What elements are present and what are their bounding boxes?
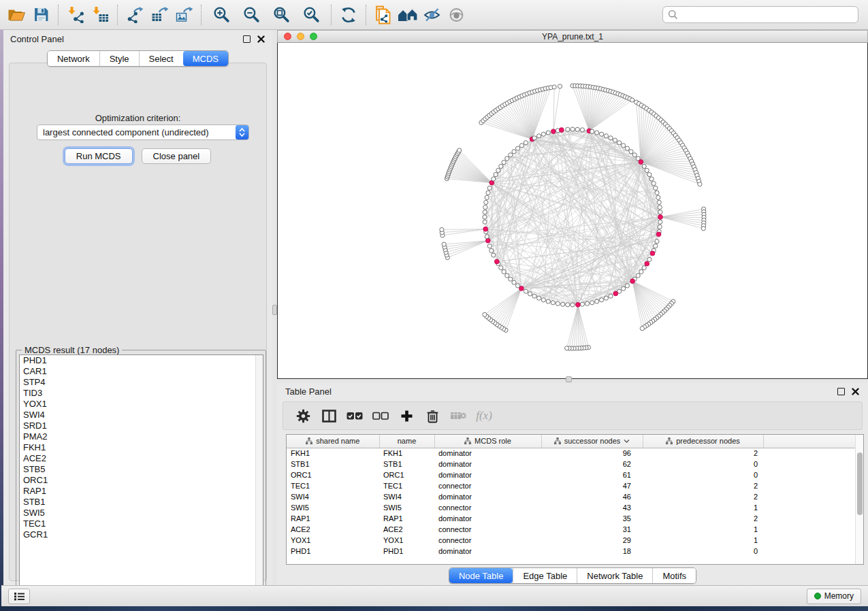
network-node[interactable] bbox=[492, 253, 496, 257]
mcds-result-item[interactable]: RAP1 bbox=[20, 486, 263, 497]
network-node[interactable] bbox=[532, 294, 536, 298]
close-panel-button[interactable] bbox=[851, 387, 860, 396]
mcds-node[interactable] bbox=[645, 261, 649, 266]
select-all-button[interactable] bbox=[343, 405, 366, 427]
network-node[interactable] bbox=[483, 210, 487, 214]
table-row[interactable]: FKH1FKH1dominator962 bbox=[287, 448, 856, 459]
network-node[interactable] bbox=[502, 269, 506, 274]
close-panel-button[interactable] bbox=[257, 35, 266, 44]
network-node[interactable] bbox=[625, 284, 629, 288]
zoom-fit-button[interactable] bbox=[266, 3, 296, 27]
network-node[interactable] bbox=[486, 191, 490, 195]
mcds-result-list[interactable]: PHD1CAR1STP4TID3YOX1SWI4SRD1PMA2FKH1ACE2… bbox=[19, 354, 263, 601]
search-input[interactable] bbox=[678, 8, 858, 22]
mcds-result-item[interactable]: STB1 bbox=[20, 497, 263, 508]
vertical-splitter[interactable] bbox=[272, 30, 277, 585]
network-node[interactable] bbox=[537, 296, 541, 300]
mcds-result-item[interactable]: ORC1 bbox=[20, 475, 263, 486]
network-node[interactable] bbox=[656, 195, 660, 199]
network-node[interactable] bbox=[496, 168, 500, 172]
network-node[interactable] bbox=[658, 210, 662, 214]
minimize-window-icon[interactable] bbox=[297, 33, 304, 40]
network-node[interactable] bbox=[512, 150, 516, 154]
show-columns-button[interactable] bbox=[317, 405, 340, 427]
network-node[interactable] bbox=[546, 131, 550, 135]
mcds-list-scrollbar[interactable] bbox=[255, 355, 263, 600]
table-scrollbar-thumb[interactable] bbox=[857, 452, 863, 515]
network-node[interactable] bbox=[609, 136, 613, 140]
network-node[interactable] bbox=[487, 186, 492, 190]
run-mcds-button[interactable]: Run MCDS bbox=[65, 148, 133, 164]
table-scrollbar[interactable] bbox=[855, 435, 863, 564]
network-node[interactable] bbox=[556, 301, 560, 306]
network-node[interactable] bbox=[505, 274, 509, 278]
mcds-node[interactable] bbox=[494, 259, 499, 264]
mcds-result-item[interactable]: GCR1 bbox=[20, 529, 263, 540]
network-node[interactable] bbox=[541, 132, 545, 136]
network-node[interactable] bbox=[575, 127, 579, 131]
network-node[interactable] bbox=[541, 298, 545, 302]
network-node[interactable] bbox=[558, 84, 562, 88]
mcds-result-item[interactable]: SRD1 bbox=[20, 420, 263, 431]
splitter-grip[interactable] bbox=[272, 305, 277, 315]
show-panels-menu-button[interactable] bbox=[8, 589, 30, 604]
network-node[interactable] bbox=[622, 144, 626, 148]
network-node[interactable] bbox=[483, 205, 487, 210]
network-node[interactable] bbox=[552, 85, 556, 89]
close-window-icon[interactable] bbox=[284, 33, 291, 40]
tab-node-table[interactable]: Node Table bbox=[449, 568, 513, 583]
mcds-node[interactable] bbox=[613, 291, 618, 296]
network-node[interactable] bbox=[566, 303, 570, 307]
network-node[interactable] bbox=[484, 200, 488, 204]
network-node[interactable] bbox=[442, 242, 446, 246]
mcds-result-item[interactable]: PHD1 bbox=[20, 355, 263, 366]
mcds-result-item[interactable]: SWI4 bbox=[20, 410, 263, 420]
float-panel-button[interactable] bbox=[243, 35, 251, 43]
tab-network[interactable]: Network bbox=[48, 51, 99, 66]
mcds-result-item[interactable]: TEC1 bbox=[20, 518, 263, 529]
network-node[interactable] bbox=[566, 127, 570, 131]
network-node[interactable] bbox=[636, 274, 640, 278]
network-node[interactable] bbox=[585, 301, 590, 306]
mcds-node[interactable] bbox=[483, 227, 488, 231]
mcds-node[interactable] bbox=[639, 160, 643, 165]
export-network-button[interactable] bbox=[123, 3, 147, 27]
splitter-grip[interactable] bbox=[566, 376, 572, 382]
network-node[interactable] bbox=[532, 136, 536, 140]
memory-button[interactable]: Memory bbox=[807, 589, 861, 604]
network-node[interactable] bbox=[595, 131, 599, 135]
network-node[interactable] bbox=[492, 177, 496, 181]
network-node[interactable] bbox=[494, 173, 498, 177]
tab-edge-table[interactable]: Edge Table bbox=[513, 568, 577, 583]
network-node[interactable] bbox=[647, 257, 652, 261]
table-row[interactable]: YOX1YOX1connector291 bbox=[287, 535, 856, 546]
network-node[interactable] bbox=[565, 346, 569, 350]
network-node[interactable] bbox=[570, 303, 575, 307]
network-node[interactable] bbox=[654, 244, 658, 248]
table-row[interactable]: SWI5SWI5connector431 bbox=[287, 502, 856, 513]
network-node[interactable] bbox=[657, 200, 661, 204]
tab-network-table[interactable]: Network Table bbox=[577, 568, 652, 583]
tab-select[interactable]: Select bbox=[139, 51, 183, 66]
network-node[interactable] bbox=[483, 220, 487, 224]
mcds-result-item[interactable]: STB5 bbox=[20, 464, 263, 475]
network-node[interactable] bbox=[604, 134, 608, 138]
network-node[interactable] bbox=[649, 177, 654, 181]
network-node[interactable] bbox=[595, 299, 599, 303]
network-node[interactable] bbox=[652, 182, 656, 186]
delete-column-button[interactable] bbox=[421, 405, 444, 427]
network-node[interactable] bbox=[528, 292, 532, 296]
mcds-node[interactable] bbox=[650, 251, 655, 256]
column-header-successor-nodes[interactable]: successor nodes bbox=[541, 435, 643, 448]
network-node[interactable] bbox=[546, 299, 550, 303]
mcds-result-item[interactable]: FKH1 bbox=[20, 442, 263, 453]
export-image-button[interactable] bbox=[172, 3, 196, 27]
add-column-button[interactable] bbox=[395, 405, 418, 427]
table-row[interactable]: ACE2ACE2connector311 bbox=[287, 524, 856, 535]
table-row[interactable]: ORC1ORC1dominator610 bbox=[287, 469, 856, 480]
import-table-button[interactable] bbox=[88, 3, 112, 27]
network-node[interactable] bbox=[561, 302, 565, 306]
mcds-node[interactable] bbox=[630, 279, 635, 284]
network-node[interactable] bbox=[658, 205, 662, 210]
network-node[interactable] bbox=[645, 168, 649, 172]
